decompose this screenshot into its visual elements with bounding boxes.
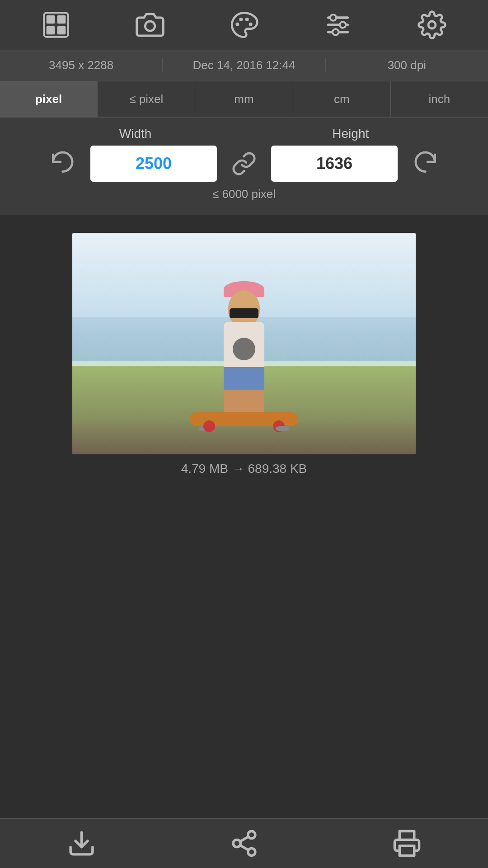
undo-width-button[interactable] — [45, 146, 81, 182]
tab-cm[interactable]: cm — [293, 81, 391, 117]
svg-point-5 — [145, 21, 155, 31]
image-dpi: 300 dpi — [326, 58, 488, 72]
tab-mm[interactable]: mm — [195, 81, 293, 117]
height-input[interactable] — [271, 146, 398, 182]
photo-preview — [72, 233, 416, 454]
svg-point-6 — [235, 23, 239, 26]
width-input[interactable] — [90, 146, 217, 182]
tab-inch[interactable]: inch — [391, 81, 488, 117]
tab-pixel[interactable]: pixel — [0, 81, 98, 117]
svg-point-14 — [340, 22, 346, 28]
print-button[interactable] — [386, 823, 427, 864]
toolbar — [0, 0, 488, 50]
download-button[interactable] — [61, 823, 102, 864]
wheel-right — [273, 420, 285, 432]
svg-point-9 — [249, 23, 253, 26]
preview-area: 4.79 MB → 689.38 KB — [0, 215, 488, 485]
settings-button[interactable] — [414, 7, 450, 43]
link-dimensions-button[interactable] — [226, 146, 262, 182]
bottom-bar — [0, 818, 488, 868]
svg-rect-1 — [47, 15, 55, 24]
resize-controls: Width Height ≤ 6000 pixel — [0, 118, 488, 215]
height-label: Height — [332, 127, 369, 141]
svg-point-16 — [428, 21, 436, 28]
person-glasses — [230, 308, 258, 318]
share-button[interactable] — [224, 823, 264, 864]
svg-rect-4 — [57, 26, 66, 35]
gallery-button[interactable] — [38, 7, 74, 43]
palette-button[interactable] — [226, 7, 262, 43]
svg-rect-23 — [399, 846, 414, 856]
redo-height-button[interactable] — [407, 146, 443, 182]
svg-rect-3 — [47, 26, 55, 35]
skateboard — [190, 412, 298, 426]
file-size: 4.79 MB → 689.38 KB — [181, 462, 307, 476]
unit-tabs: pixel ≤ pixel mm cm inch — [0, 81, 488, 118]
wheel-left — [203, 420, 215, 432]
constraint-text: ≤ 6000 pixel — [14, 187, 474, 201]
svg-point-15 — [333, 29, 338, 35]
svg-point-7 — [239, 18, 243, 21]
camera-button[interactable] — [132, 7, 168, 43]
svg-line-21 — [240, 845, 248, 850]
image-date: Dec 14, 2016 12:44 — [163, 58, 325, 72]
photo-person — [194, 281, 294, 421]
shirt-logo — [233, 338, 255, 360]
info-bar: 3495 x 2288 Dec 14, 2016 12:44 300 dpi — [0, 50, 488, 81]
resize-labels: Width Height — [14, 127, 474, 141]
width-label: Width — [119, 127, 152, 141]
svg-point-13 — [330, 14, 336, 20]
resize-row — [14, 146, 474, 182]
svg-line-22 — [240, 837, 248, 842]
tab-le-pixel[interactable]: ≤ pixel — [98, 81, 195, 117]
svg-rect-2 — [57, 15, 66, 24]
svg-point-8 — [245, 18, 249, 21]
sliders-button[interactable] — [320, 7, 356, 43]
image-dimensions: 3495 x 2288 — [0, 58, 163, 72]
